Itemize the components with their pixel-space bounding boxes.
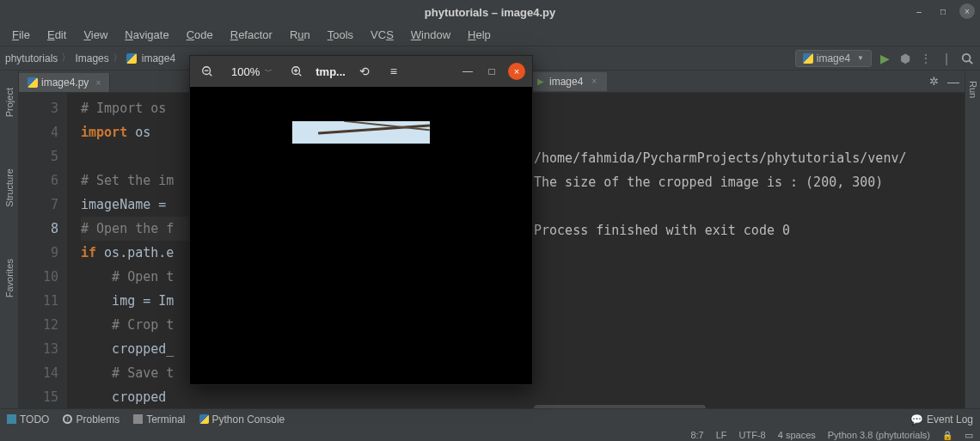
titlebar: phytutorials – image4.py – □ × (0, 0, 980, 24)
run-output[interactable]: /home/fahmida/PycharmProjects/phytutoria… (527, 93, 965, 415)
tool-favorites[interactable]: Favorites (4, 259, 15, 297)
python-icon (803, 53, 813, 64)
run-tabs: ▶ image4 × ✲ — (527, 70, 965, 93)
run-tab-image4[interactable]: ▶ image4 × (527, 72, 607, 91)
search-everywhere-button[interactable] (959, 51, 975, 66)
tool-problems[interactable]: !Problems (63, 413, 119, 426)
bottom-toolbar: TODO !Problems Terminal Python Console 💬… (0, 408, 980, 429)
zoom-in-button[interactable] (286, 61, 307, 82)
todo-icon (7, 414, 16, 424)
close-run-tab-icon[interactable]: × (591, 77, 597, 86)
divider: | (939, 51, 954, 66)
run-config-selector[interactable]: image4 ▼ (795, 50, 872, 67)
terminal-icon (133, 414, 143, 424)
window-maximize-button[interactable]: □ (935, 3, 951, 19)
viewer-menu-button[interactable]: ≡ (383, 61, 404, 82)
breadcrumb-root[interactable]: phytutorials (5, 52, 58, 64)
status-interpreter[interactable]: Python 3.8 (phytutorials) (828, 430, 930, 440)
breadcrumb-folder[interactable]: Images (75, 52, 108, 64)
chevron-down-icon: ▼ (857, 54, 864, 62)
python-icon (199, 414, 209, 424)
window-minimize-button[interactable]: – (911, 3, 927, 19)
right-tool-strip: Run (965, 70, 980, 415)
status-extra-icon[interactable]: ▭ (965, 430, 973, 441)
zoom-level-selector[interactable]: 100% ﹀ (226, 64, 278, 80)
debug-button[interactable]: ⬢ (897, 51, 913, 66)
viewer-minimize-button[interactable]: — (460, 65, 475, 77)
status-indent[interactable]: 4 spaces (778, 430, 816, 440)
play-icon: ▶ (537, 77, 544, 86)
run-tool-window: ▶ image4 × ✲ — /home/fahmida/PycharmProj… (527, 70, 965, 415)
menubar: File Edit View Navigate Code Refactor Ru… (0, 24, 980, 46)
breadcrumb-file[interactable]: image4 (142, 52, 175, 64)
tool-structure[interactable]: Structure (4, 168, 15, 207)
status-encoding[interactable]: UTF-8 (739, 430, 766, 440)
menu-vcs[interactable]: VCS (364, 27, 401, 43)
image-viewer-title: tmp... (315, 65, 346, 78)
run-button[interactable]: ▶ (877, 51, 892, 66)
status-bar: 8:7 LF UTF-8 4 spaces Python 3.8 (phytut… (0, 429, 980, 441)
zoom-level-label: 100% (231, 65, 260, 78)
tool-terminal[interactable]: Terminal (133, 413, 185, 426)
viewer-close-button[interactable]: × (508, 63, 525, 80)
tool-project[interactable]: Project (4, 88, 15, 117)
svg-point-0 (963, 53, 971, 61)
event-log-button[interactable]: 💬 Event Log (910, 413, 973, 426)
menu-navigate[interactable]: Navigate (118, 27, 175, 43)
window-title: phytutorials – image4.py (425, 6, 555, 19)
run-hide-icon[interactable]: — (947, 75, 959, 89)
window-close-button[interactable]: × (959, 3, 975, 19)
status-caret-position[interactable]: 8:7 (690, 430, 703, 440)
viewer-maximize-button[interactable]: □ (484, 65, 499, 77)
editor-tab-label: image4.py (41, 77, 89, 89)
svg-line-1 (970, 60, 973, 64)
run-settings-icon[interactable]: ✲ (929, 75, 939, 88)
lock-icon[interactable]: 🔒 (942, 431, 952, 440)
svg-line-4 (210, 74, 212, 77)
run-tab-label: image4 (549, 76, 583, 88)
line-number-gutter: 3456789101112131415 (19, 93, 67, 415)
breadcrumb: phytutorials 〉 Images 〉 image4 (5, 51, 175, 65)
tool-python-console[interactable]: Python Console (199, 413, 285, 426)
menu-code[interactable]: Code (180, 27, 220, 43)
python-file-icon (28, 77, 38, 88)
menu-view[interactable]: View (77, 27, 114, 43)
zoom-out-button[interactable] (197, 61, 217, 82)
image-viewer-window[interactable]: 100% ﹀ tmp... ⟲ ≡ — □ × (189, 55, 533, 385)
menu-file[interactable]: File (5, 27, 37, 43)
menu-window[interactable]: Window (404, 27, 457, 43)
close-tab-icon[interactable]: × (95, 78, 101, 88)
more-actions-button[interactable]: ⋮ (918, 51, 934, 66)
image-viewer-toolbar: 100% ﹀ tmp... ⟲ ≡ — □ × (190, 56, 532, 87)
menu-refactor[interactable]: Refactor (224, 27, 279, 43)
menu-run[interactable]: Run (283, 27, 317, 43)
event-log-icon: 💬 (910, 413, 923, 426)
displayed-image (292, 121, 430, 144)
image-viewer-canvas[interactable] (190, 87, 532, 384)
editor-tab-image4[interactable]: image4.py × (19, 73, 110, 92)
menu-help[interactable]: Help (461, 27, 498, 43)
viewer-tool-button-1[interactable]: ⟲ (354, 61, 375, 82)
menu-edit[interactable]: Edit (40, 27, 73, 43)
menu-tools[interactable]: Tools (321, 27, 360, 43)
python-file-icon (126, 53, 137, 64)
chevron-down-icon: ﹀ (265, 66, 273, 77)
tool-todo[interactable]: TODO (7, 413, 49, 426)
status-line-ending[interactable]: LF (716, 430, 727, 440)
run-config-label: image4 (817, 52, 850, 64)
tool-run-stripe[interactable]: Run (968, 81, 978, 98)
svg-line-8 (299, 74, 302, 77)
left-tool-strip: Project Structure Favorites (0, 70, 19, 415)
problems-icon: ! (63, 414, 72, 424)
